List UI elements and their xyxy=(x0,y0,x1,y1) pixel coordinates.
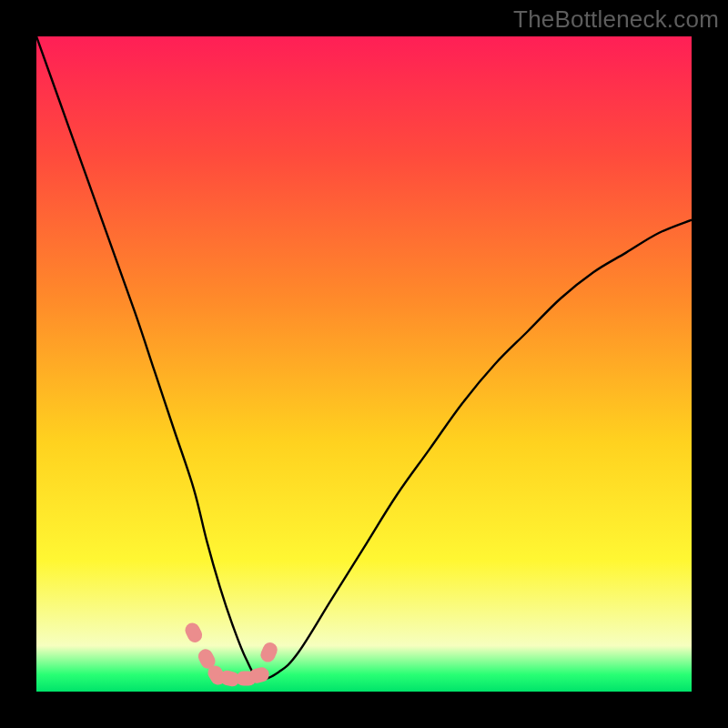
watermark-text: TheBottleneck.com xyxy=(513,5,719,34)
gradient-background xyxy=(36,36,692,692)
plot-svg xyxy=(36,36,692,692)
chart-frame: TheBottleneck.com xyxy=(0,0,728,728)
plot-area xyxy=(36,36,692,692)
